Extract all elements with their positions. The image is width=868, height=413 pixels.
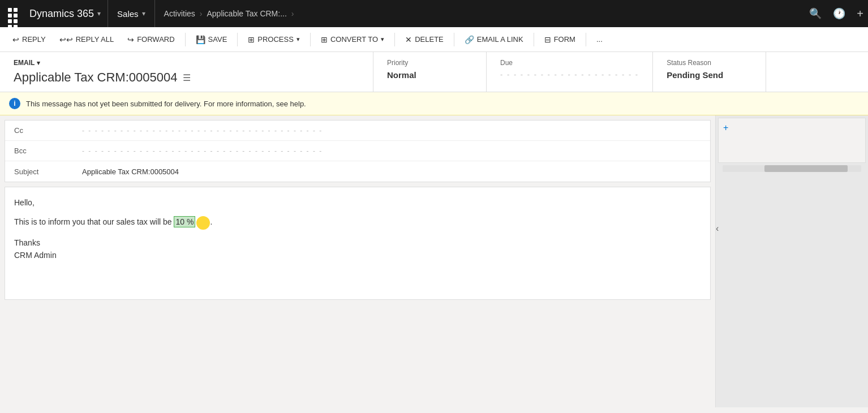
brand-name: Dynamics 365 — [29, 8, 94, 20]
reply-all-label: REPLY ALL — [76, 35, 114, 44]
reply-icon: ↩ — [12, 35, 19, 44]
toolbar-separator-1 — [185, 33, 186, 46]
priority-label: Priority — [387, 59, 472, 67]
reply-all-icon: ↩↩ — [59, 35, 73, 44]
toolbar-separator-2 — [237, 33, 238, 46]
status-label: Status Reason — [667, 59, 752, 67]
record-header: EMAIL ▾ Applicable Tax CRM:0005004 ☰ Pri… — [0, 52, 868, 92]
status-field: Status Reason Pending Send — [653, 52, 766, 92]
process-chevron-icon: ▾ — [297, 36, 300, 43]
save-icon: 💾 — [196, 35, 205, 44]
subject-row: Subject Applicable Tax CRM:0005004 — [5, 161, 710, 182]
add-icon[interactable]: + — [857, 7, 863, 20]
history-icon[interactable]: 🕐 — [833, 7, 845, 20]
delete-icon: ✕ — [405, 35, 412, 44]
convert-to-button[interactable]: ⊞ CONVERT TO ▾ — [315, 32, 390, 48]
horizontal-scrollbar[interactable] — [723, 165, 861, 172]
scrollbar-thumb — [764, 165, 848, 172]
right-panel: + ‹ — [715, 115, 868, 407]
cc-value[interactable]: - - - - - - - - - - - - - - - - - - - - … — [82, 127, 701, 135]
email-link-label: EMAIL A LINK — [477, 35, 523, 44]
save-button[interactable]: 💾 SAVE — [190, 32, 233, 48]
record-fields: Priority Normal Due - - - - - - - - - - … — [373, 52, 868, 92]
form-label: FORM — [554, 35, 575, 44]
forward-label: FORWARD — [137, 35, 174, 44]
email-body-line4: CRM Admin — [14, 249, 701, 261]
toolbar-separator-3 — [310, 33, 311, 46]
more-label: ... — [596, 35, 603, 44]
nav-right-actions: 🔍 🕐 + — [809, 7, 863, 20]
email-fields-section: Cc - - - - - - - - - - - - - - - - - - -… — [5, 120, 711, 182]
reply-label: REPLY — [22, 35, 46, 44]
form-button[interactable]: ⊟ FORM — [539, 32, 581, 48]
delete-button[interactable]: ✕ DELETE — [399, 32, 449, 48]
email-body-highlighted: 10 % — [174, 216, 195, 227]
breadcrumb-sep2: › — [291, 9, 294, 18]
email-body-post: . — [210, 217, 212, 226]
toolbar-separator-6 — [534, 33, 534, 46]
breadcrumb: Activities › Applicable Tax CRM:... › — [155, 9, 303, 18]
brand-chevron-icon[interactable]: ▾ — [97, 10, 101, 18]
module-area: Sales ▾ — [108, 0, 155, 27]
email-body-line3: Thanks — [14, 236, 701, 249]
cursor-indicator — [196, 216, 210, 230]
more-button[interactable]: ... — [591, 32, 608, 47]
forward-button[interactable]: ↪ FORWARD — [122, 32, 180, 48]
priority-value: Normal — [387, 70, 472, 80]
panel-top-area: + — [718, 118, 866, 163]
email-body-line2: This is to inform you that our sales tax… — [14, 216, 701, 229]
priority-field: Priority Normal — [373, 52, 487, 92]
convert-to-label: CONVERT TO — [330, 35, 378, 44]
forward-icon: ↪ — [127, 35, 134, 44]
breadcrumb-activities[interactable]: Activities — [164, 9, 195, 18]
cc-label: Cc — [14, 126, 82, 135]
module-chevron-icon[interactable]: ▾ — [142, 10, 145, 18]
status-value: Pending Send — [667, 70, 752, 80]
record-title-area: EMAIL ▾ Applicable Tax CRM:0005004 ☰ — [0, 52, 373, 92]
subject-label: Subject — [14, 167, 82, 176]
email-body-section[interactable]: Hello, This is to inform you that our sa… — [5, 187, 711, 300]
left-scroll-arrow-icon[interactable]: ‹ — [716, 223, 719, 234]
cc-row: Cc - - - - - - - - - - - - - - - - - - -… — [5, 121, 710, 141]
email-dropdown-icon[interactable]: ▾ — [37, 59, 40, 67]
bcc-row: Bcc - - - - - - - - - - - - - - - - - - … — [5, 141, 710, 161]
toolbar-separator-7 — [586, 33, 586, 46]
form-icon: ⊟ — [544, 35, 551, 44]
info-banner: i This message has not yet been submitte… — [0, 92, 868, 115]
record-title-text: Applicable Tax CRM:0005004 — [14, 70, 177, 85]
search-icon[interactable]: 🔍 — [809, 7, 822, 20]
app-launcher-button[interactable] — [5, 5, 23, 23]
content-area: Cc - - - - - - - - - - - - - - - - - - -… — [0, 115, 868, 407]
process-button[interactable]: ⊞ PROCESS ▾ — [242, 32, 306, 48]
breadcrumb-sep: › — [200, 9, 203, 18]
due-field: Due - - - - - - - - - - - - - - - - - - … — [487, 52, 653, 92]
email-link-button[interactable]: 🔗 EMAIL A LINK — [459, 32, 529, 48]
top-navigation: Dynamics 365 ▾ Sales ▾ Activities › Appl… — [0, 0, 868, 27]
right-panel-inner: + — [716, 115, 868, 407]
bcc-value[interactable]: - - - - - - - - - - - - - - - - - - - - … — [82, 147, 701, 155]
breadcrumb-record[interactable]: Applicable Tax CRM:... — [207, 9, 286, 18]
email-link-icon: 🔗 — [465, 35, 474, 44]
email-body-text: Hello, This is to inform you that our sa… — [14, 196, 701, 261]
reply-all-button[interactable]: ↩↩ REPLY ALL — [54, 32, 119, 48]
due-value: - - - - - - - - - - - - - - - - - - - - … — [500, 70, 639, 79]
process-label: PROCESS — [257, 35, 294, 44]
save-label: SAVE — [208, 35, 227, 44]
module-name: Sales — [117, 9, 139, 19]
email-body-pre: This is to inform you that our sales tax… — [14, 217, 174, 226]
email-body-line1: Hello, — [14, 196, 701, 209]
due-label: Due — [500, 59, 639, 67]
process-icon: ⊞ — [248, 35, 255, 44]
record-title-menu-icon[interactable]: ☰ — [183, 72, 191, 83]
reply-button[interactable]: ↩ REPLY — [7, 32, 51, 48]
email-form: Cc - - - - - - - - - - - - - - - - - - -… — [0, 115, 715, 407]
record-title: Applicable Tax CRM:0005004 ☰ — [14, 70, 359, 85]
record-type-label: EMAIL ▾ — [14, 59, 359, 67]
convert-icon: ⊞ — [321, 35, 328, 44]
bcc-label: Bcc — [14, 147, 82, 155]
info-banner-message: This message has not yet been submitted … — [26, 100, 306, 108]
toolbar-separator-4 — [394, 33, 395, 46]
toolbar-separator-5 — [454, 33, 454, 46]
subject-value[interactable]: Applicable Tax CRM:0005004 — [82, 167, 701, 176]
panel-add-button[interactable]: + — [723, 123, 728, 133]
